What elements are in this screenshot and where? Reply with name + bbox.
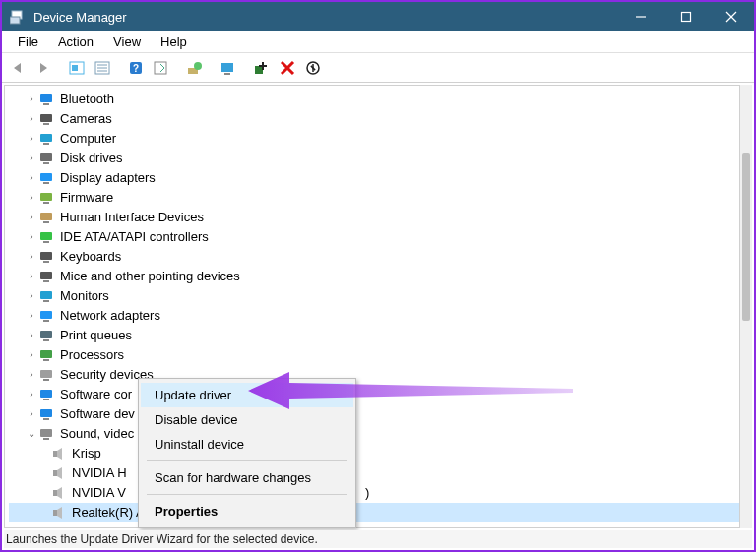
tree-node-label: Monitors bbox=[60, 286, 109, 306]
tree-node[interactable]: › Computer bbox=[9, 129, 739, 149]
menu-view[interactable]: View bbox=[103, 32, 151, 51]
expand-chevron-icon[interactable]: › bbox=[25, 267, 38, 286]
svg-rect-19 bbox=[255, 66, 263, 74]
update-driver-button[interactable] bbox=[183, 56, 207, 80]
context-menu-item[interactable]: Uninstall device bbox=[141, 432, 353, 457]
expand-chevron-icon[interactable]: › bbox=[25, 129, 38, 149]
menu-file[interactable]: File bbox=[8, 32, 48, 51]
context-menu-item[interactable]: Disable device bbox=[141, 407, 353, 432]
tree-child-node[interactable]: NVIDIA H bbox=[9, 463, 739, 483]
device-category-icon bbox=[38, 269, 56, 284]
tree-node[interactable]: › Storage controllers bbox=[9, 522, 739, 528]
svg-rect-61 bbox=[53, 451, 57, 457]
scan-button[interactable] bbox=[217, 56, 240, 80]
device-category-icon bbox=[38, 426, 56, 442]
add-legacy-button[interactable] bbox=[250, 56, 274, 80]
tree-node[interactable]: › Print queues bbox=[9, 326, 739, 345]
tree-node[interactable]: › Firmware bbox=[9, 188, 739, 208]
context-menu-item[interactable]: Scan for hardware changes bbox=[141, 465, 353, 490]
svg-rect-60 bbox=[43, 438, 49, 440]
help-button[interactable]: ? bbox=[124, 56, 148, 80]
tree-node-label: Software cor bbox=[60, 385, 132, 404]
device-tree[interactable]: › Bluetooth › Cameras › Computer › Disk … bbox=[4, 85, 740, 528]
expand-chevron-icon[interactable]: › bbox=[25, 208, 38, 227]
expand-chevron-icon[interactable]: › bbox=[25, 404, 38, 424]
minimize-button[interactable] bbox=[618, 2, 663, 31]
tree-node[interactable]: › Monitors bbox=[9, 286, 739, 306]
svg-rect-28 bbox=[43, 123, 49, 125]
tree-node[interactable]: › Disk drives bbox=[9, 149, 739, 168]
menu-help[interactable]: Help bbox=[151, 32, 197, 51]
expand-chevron-icon[interactable]: › bbox=[25, 326, 38, 345]
tree-node-label: Display adapters bbox=[60, 168, 156, 188]
tree-node[interactable]: › IDE ATA/ATAPI controllers bbox=[9, 227, 739, 247]
expand-chevron-icon[interactable]: ⌄ bbox=[25, 424, 38, 444]
back-button[interactable] bbox=[6, 56, 30, 80]
svg-rect-41 bbox=[40, 252, 52, 260]
svg-rect-39 bbox=[40, 232, 52, 240]
expand-chevron-icon[interactable]: › bbox=[25, 306, 38, 326]
properties-button[interactable] bbox=[91, 56, 114, 80]
device-category-icon bbox=[38, 367, 56, 383]
device-category-icon bbox=[38, 210, 56, 225]
svg-rect-62 bbox=[53, 470, 57, 476]
tree-node[interactable]: › Keyboards bbox=[9, 247, 739, 267]
tree-child-node[interactable]: Krisp bbox=[9, 444, 739, 463]
expand-chevron-icon[interactable]: › bbox=[25, 385, 38, 404]
svg-rect-46 bbox=[43, 300, 49, 302]
svg-rect-64 bbox=[53, 510, 57, 516]
tree-node[interactable]: › Security devices bbox=[9, 365, 739, 385]
tree-node[interactable]: › Software dev bbox=[9, 404, 739, 424]
expand-chevron-icon[interactable]: › bbox=[25, 149, 38, 168]
expand-chevron-icon[interactable]: › bbox=[25, 90, 38, 109]
tree-node[interactable]: › Software cor bbox=[9, 385, 739, 404]
uninstall-button[interactable] bbox=[276, 56, 299, 80]
tree-node[interactable]: › Mice and other pointing devices bbox=[9, 267, 739, 286]
tree-node[interactable]: ⌄ Sound, videc bbox=[9, 424, 739, 444]
window-buttons bbox=[618, 2, 754, 31]
tree-node[interactable]: › Network adapters bbox=[9, 306, 739, 326]
svg-rect-29 bbox=[40, 134, 52, 142]
tree-child-node[interactable]: NVIDIA V) bbox=[9, 483, 739, 503]
vertical-scrollbar[interactable] bbox=[740, 85, 752, 528]
disable-button[interactable] bbox=[301, 56, 325, 80]
svg-rect-38 bbox=[43, 221, 49, 223]
svg-rect-40 bbox=[43, 241, 49, 243]
expand-chevron-icon[interactable]: › bbox=[25, 168, 38, 188]
tree-node[interactable]: › Processors bbox=[9, 345, 739, 365]
svg-rect-3 bbox=[682, 13, 691, 22]
window-title: Device Manager bbox=[33, 10, 127, 25]
tree-node[interactable]: › Human Interface Devices bbox=[9, 208, 739, 227]
svg-rect-7 bbox=[72, 65, 78, 71]
titlebar: Device Manager bbox=[2, 2, 754, 31]
expand-chevron-icon[interactable]: › bbox=[25, 109, 38, 129]
toolbar: ? bbox=[2, 53, 754, 83]
expand-chevron-icon[interactable]: › bbox=[25, 365, 38, 385]
audio-device-icon bbox=[50, 485, 68, 501]
forward-button[interactable] bbox=[32, 56, 55, 80]
scrollbar-thumb[interactable] bbox=[742, 153, 750, 321]
expand-chevron-icon[interactable]: › bbox=[25, 345, 38, 365]
audio-device-icon bbox=[50, 446, 68, 461]
tree-node[interactable]: › Cameras bbox=[9, 109, 739, 129]
context-menu-item[interactable]: Update driver bbox=[141, 383, 353, 407]
close-button[interactable] bbox=[709, 2, 754, 31]
svg-rect-1 bbox=[10, 17, 20, 24]
tree-node-label: IDE ATA/ATAPI controllers bbox=[60, 227, 209, 247]
expand-chevron-icon[interactable]: › bbox=[25, 188, 38, 208]
svg-rect-42 bbox=[43, 261, 49, 263]
context-menu-item[interactable]: Properties bbox=[141, 499, 353, 523]
show-hidden-button[interactable] bbox=[65, 56, 89, 80]
expand-chevron-icon[interactable]: › bbox=[25, 247, 38, 267]
tree-node[interactable]: › Bluetooth bbox=[9, 90, 739, 109]
maximize-button[interactable] bbox=[663, 2, 709, 31]
menu-action[interactable]: Action bbox=[48, 32, 103, 51]
tree-node[interactable]: › Display adapters bbox=[9, 168, 739, 188]
action-button[interactable] bbox=[150, 56, 173, 80]
expand-chevron-icon[interactable]: › bbox=[25, 522, 38, 528]
expand-chevron-icon[interactable]: › bbox=[25, 227, 38, 247]
svg-rect-59 bbox=[40, 429, 52, 437]
tree-child-node[interactable]: Realtek(R) Audio bbox=[9, 503, 739, 522]
svg-rect-49 bbox=[40, 331, 52, 338]
expand-chevron-icon[interactable]: › bbox=[25, 286, 38, 306]
